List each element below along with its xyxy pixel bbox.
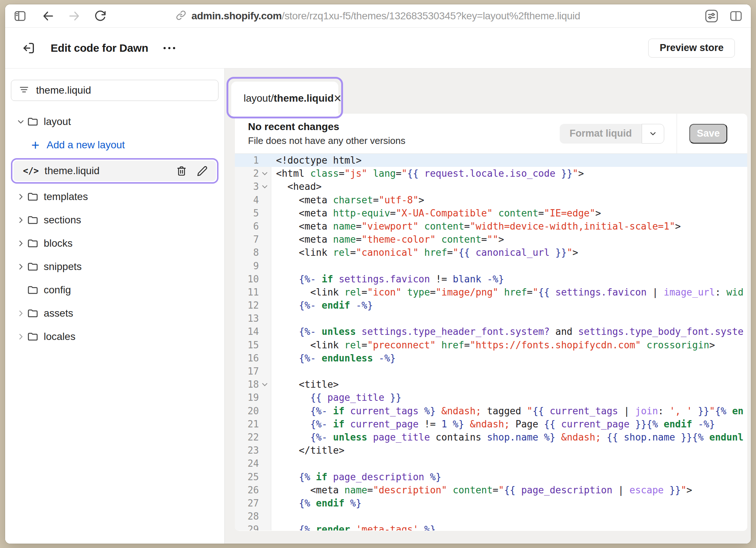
code-text: <meta name="viewport" content="width=dev… <box>271 220 681 233</box>
line-gutter: 27 <box>235 497 271 510</box>
code-text: {% if page_description %} <box>271 470 441 484</box>
line-number: 10 <box>235 273 259 286</box>
code-line-20[interactable]: 20 {%- if current_tags %} &ndash; tagged… <box>235 404 747 418</box>
folder-item-sections[interactable]: sections <box>11 208 218 232</box>
format-options-button[interactable] <box>642 124 664 144</box>
fold-chevron-icon[interactable] <box>259 180 271 193</box>
chevron-right-icon[interactable] <box>15 193 27 201</box>
split-view-icon[interactable] <box>729 9 743 23</box>
more-actions-icon[interactable] <box>162 46 177 51</box>
file-search-box[interactable] <box>11 80 218 101</box>
code-line-6[interactable]: 6 <meta name="viewport" content="width=d… <box>235 220 747 233</box>
code-line-19[interactable]: 19 {{ page_title }} <box>235 391 747 404</box>
code-line-25[interactable]: 25 {% if page_description %} <box>235 470 747 484</box>
preview-store-button[interactable]: Preview store <box>648 39 735 58</box>
code-line-1[interactable]: 1<!doctype html> <box>235 154 747 167</box>
save-button[interactable]: Save <box>689 124 727 144</box>
code-line-16[interactable]: 16 {%- endunless -%} <box>235 352 747 365</box>
fold-chevron-icon[interactable] <box>259 167 271 180</box>
code-line-9[interactable]: 9 <box>235 259 747 273</box>
chevron-right-icon[interactable] <box>15 309 27 317</box>
code-line-11[interactable]: 11 <link rel="icon" type="image/png" hre… <box>235 286 747 299</box>
fold-chevron-icon[interactable] <box>259 378 271 391</box>
rename-file-icon[interactable] <box>197 165 208 177</box>
tab-theme-liquid[interactable]: layout/theme.liquid × <box>231 82 338 118</box>
code-line-26[interactable]: 26 <meta name="description" content="{{ … <box>235 484 747 497</box>
folder-item-blocks[interactable]: blocks <box>11 232 218 255</box>
code-text: <meta name="description" content="{{ pag… <box>271 484 692 497</box>
code-line-22[interactable]: 22 {%- unless page_title contains shop.n… <box>235 431 747 444</box>
code-text: {%- unless settings.type_header_font.sys… <box>271 325 744 338</box>
format-liquid-button[interactable]: Format liquid <box>560 124 642 144</box>
browser-settings-icon[interactable] <box>704 9 719 23</box>
folder-item-assets[interactable]: assets <box>11 302 218 325</box>
folder-label: templates <box>44 191 88 203</box>
fold-spacer <box>259 352 271 365</box>
folder-item-locales[interactable]: locales <box>11 325 218 348</box>
code-text: {%- endif -%} <box>271 299 373 312</box>
line-gutter: 12 <box>235 299 271 312</box>
folder-item-layout[interactable]: layout <box>11 110 218 133</box>
code-line-5[interactable]: 5 <meta http-equiv="X-UA-Compatible" con… <box>235 207 747 220</box>
line-gutter: 18 <box>235 378 271 391</box>
line-number: 6 <box>235 220 259 233</box>
line-gutter: 11 <box>235 286 271 299</box>
search-input[interactable] <box>36 85 215 96</box>
line-gutter: 22 <box>235 431 271 444</box>
chevron-down-icon[interactable] <box>15 118 27 126</box>
code-line-14[interactable]: 14 {%- unless settings.type_header_font.… <box>235 325 747 338</box>
folder-item-config[interactable]: config <box>11 278 218 302</box>
code-line-2[interactable]: 2<html class="js" lang="{{ request.local… <box>235 167 747 180</box>
line-gutter: 17 <box>235 365 271 378</box>
code-line-27[interactable]: 27 {% endif %} <box>235 497 747 510</box>
line-number: 1 <box>235 154 259 167</box>
code-line-15[interactable]: 15 <link rel="preconnect" href="https://… <box>235 338 747 352</box>
chevron-right-icon[interactable] <box>15 333 27 341</box>
exit-editor-icon[interactable] <box>22 42 35 55</box>
folder-item-templates[interactable]: templates <box>11 185 218 208</box>
code-line-17[interactable]: 17 <box>235 365 747 378</box>
code-line-3[interactable]: 3 <head> <box>235 180 747 193</box>
code-line-18[interactable]: 18 <title> <box>235 378 747 391</box>
code-line-8[interactable]: 8 <link rel="canonical" href="{{ canonic… <box>235 246 747 259</box>
code-line-12[interactable]: 12 {%- endif -%} <box>235 299 747 312</box>
code-line-21[interactable]: 21 {%- if current_page != 1 %} &ndash; P… <box>235 418 747 431</box>
line-number: 14 <box>235 325 259 338</box>
chevron-right-icon[interactable] <box>15 239 27 247</box>
code-editor[interactable]: 1<!doctype html>2<html class="js" lang="… <box>235 154 747 531</box>
chevron-right-icon[interactable] <box>15 216 27 224</box>
folder-label: assets <box>44 308 73 319</box>
line-number: 4 <box>235 193 259 207</box>
file-item-theme-liquid[interactable]: </>theme.liquid <box>13 161 216 181</box>
fold-spacer <box>259 510 271 523</box>
line-number: 15 <box>235 338 259 352</box>
add-layout-button[interactable]: +Add a new layout <box>11 133 218 157</box>
code-line-28[interactable]: 28 <box>235 510 747 523</box>
delete-file-icon[interactable] <box>176 165 187 177</box>
code-line-4[interactable]: 4 <meta charset="utf-8"> <box>235 193 747 207</box>
folder-label: snippets <box>44 261 82 273</box>
code-line-23[interactable]: 23 </title> <box>235 444 747 457</box>
folder-icon <box>27 238 43 249</box>
code-line-10[interactable]: 10 {%- if settings.favicon != blank -%} <box>235 273 747 286</box>
code-text: </title> <box>271 444 344 457</box>
folder-item-snippets[interactable]: snippets <box>11 255 218 278</box>
line-gutter: 14 <box>235 325 271 338</box>
code-line-7[interactable]: 7 <meta name="theme-color" content=""> <box>235 233 747 246</box>
add-layout-label: Add a new layout <box>47 139 125 151</box>
line-gutter: 4 <box>235 193 271 207</box>
fold-spacer <box>259 273 271 286</box>
line-number: 9 <box>235 259 259 273</box>
chevron-right-icon[interactable] <box>15 263 27 271</box>
code-line-29[interactable]: 29 {% render 'meta-tags' %} <box>235 523 747 531</box>
fold-spacer <box>259 457 271 470</box>
line-gutter: 19 <box>235 391 271 404</box>
code-line-13[interactable]: 13 <box>235 312 747 325</box>
file-tree: layout+Add a new layout</>theme.liquidte… <box>11 110 218 348</box>
line-number: 12 <box>235 299 259 312</box>
address-bar[interactable]: admin.shopify.com/store/rzq1xu-f5/themes… <box>5 4 751 27</box>
code-text: <link rel="canonical" href="{{ canonical… <box>271 246 578 259</box>
fold-spacer <box>259 259 271 273</box>
line-gutter: 24 <box>235 457 271 470</box>
code-line-24[interactable]: 24 <box>235 457 747 470</box>
